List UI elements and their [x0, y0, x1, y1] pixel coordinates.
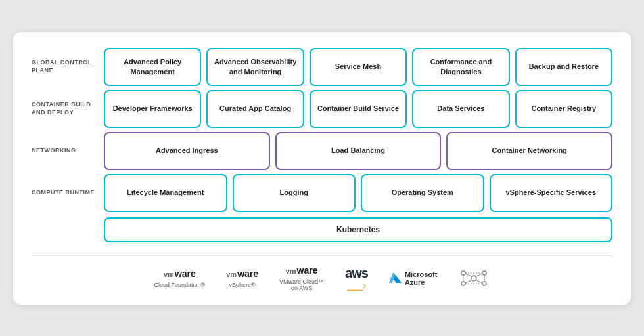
box-service-mesh: Service Mesh: [310, 48, 407, 86]
box-container-networking: Container Networking: [446, 132, 612, 170]
box-data-services: Data Services: [412, 90, 509, 128]
box-container-registry: Container Registry: [515, 90, 612, 128]
logo-mesh: [458, 266, 490, 290]
logo-vmware-cf: vmware Cloud Foundation®: [154, 268, 206, 288]
section-compute-runtime: COMPUTE RUNTIMELifecycle ManagementLoggi…: [32, 174, 612, 212]
boxes-row: Developer FrameworksCurated App CatalogC…: [104, 90, 612, 128]
box-operating-system: Operating System: [361, 174, 484, 212]
svg-line-9: [476, 274, 482, 276]
svg-point-5: [482, 271, 486, 275]
boxes-row: Lifecycle ManagementLoggingOperating Sys…: [104, 174, 612, 212]
boxes-row: Advanced IngressLoad BalancingContainer …: [104, 132, 612, 170]
box-advanced-observability-and-monitoring: Advanced Observability and Monitoring: [206, 48, 304, 86]
section-networking: NETWORKINGAdvanced IngressLoad Balancing…: [32, 132, 612, 170]
svg-point-4: [461, 271, 465, 275]
box-logging: Logging: [233, 174, 356, 212]
box-conformance-and-diagnostics: Conformance and Diagnostics: [412, 48, 509, 86]
boxes-row: Advanced Policy ManagementAdvanced Obser…: [104, 48, 612, 86]
section-label: NETWORKING: [32, 147, 104, 155]
box-backup-and-restore: Backup and Restore: [515, 48, 612, 86]
box-advanced-ingress: Advanced Ingress: [104, 132, 270, 170]
box-lifecycle-management: Lifecycle Management: [104, 174, 227, 212]
box-vsphere-specific-services: vSphere-Specific Services: [490, 174, 613, 212]
box-load-balancing: Load Balancing: [275, 132, 442, 170]
logo-vmware-vsphere: vmware vSphere®: [226, 268, 258, 288]
main-card: GLOBAL CONTROL PLANEAdvanced Policy Mana…: [13, 32, 631, 304]
box-advanced-policy-management: Advanced Policy Management: [104, 48, 201, 86]
svg-point-7: [482, 282, 486, 285]
svg-line-8: [465, 274, 471, 276]
section-label: CONTAINER BUILD AND DEPLOY: [32, 101, 104, 116]
logo-azure: MicrosoftAzure: [389, 270, 438, 286]
svg-point-3: [471, 276, 476, 281]
section-global-control-plane: GLOBAL CONTROL PLANEAdvanced Policy Mana…: [32, 48, 612, 86]
logo-vmware-aws: vmware VMware Cloud™on AWS: [279, 265, 324, 291]
section-label: COMPUTE RUNTIME: [32, 189, 104, 197]
box-container-build-service: Container Build Service: [310, 90, 407, 128]
box-developer-frameworks: Developer Frameworks: [104, 90, 201, 128]
box-curated-app-catalog: Curated App Catalog: [206, 90, 304, 128]
logo-aws: aws ⎯⎯⎯›: [345, 266, 368, 290]
section-container-build-and-deploy: CONTAINER BUILD AND DEPLOYDeveloper Fram…: [32, 90, 612, 128]
svg-point-6: [461, 282, 465, 285]
section-label: GLOBAL CONTROL PLANE: [32, 59, 104, 74]
kubernetes-bar: Kubernetes: [104, 217, 612, 242]
svg-line-11: [476, 280, 482, 283]
svg-line-10: [465, 280, 471, 283]
logos-row: vmware Cloud Foundation® vmware vSphere®…: [32, 255, 612, 291]
